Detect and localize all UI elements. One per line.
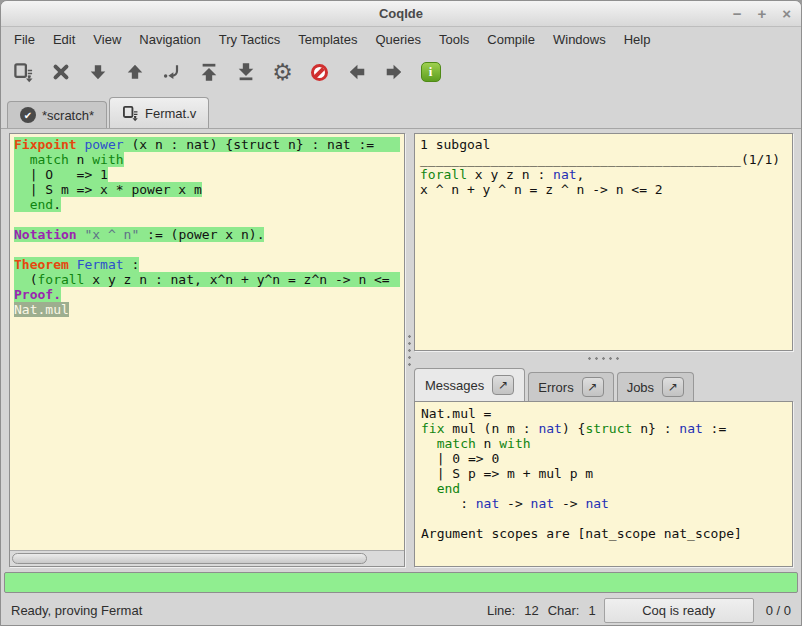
forward-button[interactable] <box>79 55 116 89</box>
save-button[interactable] <box>5 55 42 89</box>
check-circle-icon: ✔ <box>20 107 36 123</box>
code-line: Nat.mul = <box>421 406 786 421</box>
detach-arrow-icon: ↗ <box>668 380 678 394</box>
code-line: | S m => x * power x m <box>14 182 400 197</box>
menu-compile[interactable]: Compile <box>478 29 544 50</box>
status-message: Ready, proving Fermat <box>11 603 487 618</box>
menu-try-tactics[interactable]: Try Tactics <box>210 29 289 50</box>
toolbar: ⚙i <box>1 51 801 93</box>
coqide-window: CoqIde − + × FileEditViewNavigationTry T… <box>0 0 802 626</box>
go-to-end-button[interactable] <box>227 55 264 89</box>
menu-edit[interactable]: Edit <box>44 29 84 50</box>
menu-queries[interactable]: Queries <box>366 29 430 50</box>
horizontal-scrollbar[interactable] <box>10 550 404 566</box>
about-button[interactable]: i <box>412 55 449 89</box>
gear-icon: ⚙ <box>272 61 293 84</box>
messages-notebook: Messages↗Errors↗Jobs↗ Nat.mul =fix mul (… <box>414 365 793 567</box>
code-line: x ^ n + y ^ n = z ^ n -> n <= 2 <box>420 182 787 197</box>
tab-label: Errors <box>538 380 573 395</box>
menu-templates[interactable]: Templates <box>289 29 366 50</box>
maximize-icon[interactable]: + <box>757 6 766 21</box>
forward-icon <box>88 62 108 82</box>
code-line: forall x y z n : nat, <box>420 167 787 182</box>
code-line: | S p => m + mul p m <box>421 466 786 481</box>
close-icon <box>51 62 71 82</box>
vertical-splitter[interactable] <box>405 133 414 567</box>
tab-errors[interactable]: Errors↗ <box>528 372 613 401</box>
script-editor[interactable]: Fixpoint power (x n : nat) {struct n} : … <box>10 134 404 550</box>
code-line: | 0 => 0 <box>421 451 786 466</box>
menu-view[interactable]: View <box>84 29 130 50</box>
detach-button[interactable]: ↗ <box>582 377 604 397</box>
code-line: Notation "x ^ n" := (power x n). <box>14 227 400 242</box>
tab-label: Fermat.v <box>145 106 196 121</box>
detach-button[interactable]: ↗ <box>492 375 514 395</box>
code-line: ________________________________________… <box>420 152 787 167</box>
save-icon <box>13 62 34 83</box>
status-right: Line: 12 Char: 1 Coq is ready 0 / 0 <box>487 598 791 623</box>
job-count: 0 / 0 <box>766 603 791 618</box>
code-line: Proof. <box>14 287 400 302</box>
horizontal-splitter[interactable] <box>414 351 793 365</box>
messages-panel[interactable]: Nat.mul =fix mul (n m : nat) {struct n} … <box>414 401 793 567</box>
detach-button[interactable]: ↗ <box>662 377 684 397</box>
go-to-cursor-icon <box>162 62 182 82</box>
code-line: 1 subgoal <box>420 137 787 152</box>
main-area: Fixpoint power (x n : nat) {struct n} : … <box>1 129 801 570</box>
right-pane: 1 subgoal_______________________________… <box>414 133 793 567</box>
go-to-end-icon <box>236 62 256 82</box>
about-icon: i <box>421 62 441 82</box>
code-line: : nat -> nat -> nat <box>421 496 786 511</box>
back-button[interactable] <box>338 55 375 89</box>
code-line: Argument scopes are [nat_scope nat_scope… <box>421 526 786 541</box>
code-line: | O => 1 <box>14 167 400 182</box>
detach-arrow-icon: ↗ <box>588 380 598 394</box>
window-controls: − + × <box>733 1 791 26</box>
backward-button[interactable] <box>116 55 153 89</box>
code-line: match n with <box>421 436 786 451</box>
minimize-icon[interactable]: − <box>733 6 742 21</box>
tab-label: Messages <box>425 378 484 393</box>
tab-scratch[interactable]: ✔ *scratch* <box>7 101 107 128</box>
code-line <box>14 242 400 257</box>
go-to-start-button[interactable] <box>190 55 227 89</box>
code-line: match n with <box>14 152 400 167</box>
progress-area <box>1 570 801 596</box>
menu-windows[interactable]: Windows <box>544 29 615 50</box>
go-to-start-icon <box>199 62 219 82</box>
gear-button[interactable]: ⚙ <box>264 55 301 89</box>
code-line: Theorem Fermat : <box>14 257 400 272</box>
code-line: Fixpoint power (x n : nat) {struct n} : … <box>14 137 400 152</box>
tab-label: *scratch* <box>42 108 94 123</box>
char-value: 1 <box>588 603 595 618</box>
next-button[interactable] <box>375 55 412 89</box>
splitter-handle-icon <box>586 357 622 360</box>
close-icon[interactable]: × <box>782 6 791 21</box>
title-bar[interactable]: CoqIde − + × <box>1 1 801 27</box>
goals-panel[interactable]: 1 subgoal_______________________________… <box>414 133 793 351</box>
save-icon <box>122 105 139 122</box>
menu-help[interactable]: Help <box>615 29 660 50</box>
menu-bar: FileEditViewNavigationTry TacticsTemplat… <box>1 27 801 51</box>
code-line: end <box>421 481 786 496</box>
tab-messages[interactable]: Messages↗ <box>414 368 525 401</box>
interrupt-icon <box>311 64 328 81</box>
code-line: (forall x y z n : nat, x^n + y^n = z^n -… <box>14 272 400 287</box>
line-label: Line: <box>487 603 515 618</box>
code-line: fix mul (n m : nat) {struct n} : nat := <box>421 421 786 436</box>
line-value: 12 <box>524 603 538 618</box>
tab-jobs[interactable]: Jobs↗ <box>617 372 694 401</box>
code-line <box>14 212 400 227</box>
interrupt-button[interactable] <box>301 55 338 89</box>
menu-file[interactable]: File <box>5 29 44 50</box>
window-title: CoqIde <box>1 6 801 21</box>
progress-bar <box>4 572 798 593</box>
scrollbar-thumb[interactable] <box>12 553 367 564</box>
code-line: end. <box>14 197 400 212</box>
tab-fermat[interactable]: Fermat.v <box>109 97 209 128</box>
menu-tools[interactable]: Tools <box>430 29 478 50</box>
close-button[interactable] <box>42 55 79 89</box>
status-bar: Ready, proving Fermat Line: 12 Char: 1 C… <box>1 596 801 625</box>
menu-navigation[interactable]: Navigation <box>130 29 209 50</box>
go-to-cursor-button[interactable] <box>153 55 190 89</box>
